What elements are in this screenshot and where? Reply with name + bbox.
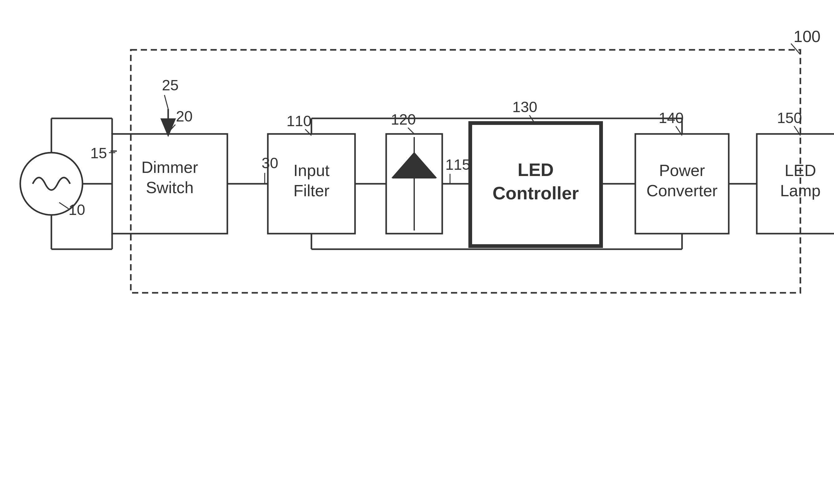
svg-line-16	[164, 95, 168, 109]
svg-marker-29	[392, 153, 436, 178]
svg-text:30: 30	[262, 155, 278, 171]
svg-text:Converter: Converter	[646, 182, 718, 200]
svg-text:LED: LED	[785, 161, 816, 179]
svg-text:10: 10	[68, 201, 85, 218]
svg-line-33	[408, 128, 414, 134]
svg-text:Controller: Controller	[492, 183, 579, 203]
svg-text:25: 25	[162, 77, 178, 93]
svg-text:Power: Power	[659, 161, 705, 179]
diagram-container: 100 10 Dimmer Switch 15 25	[0, 0, 834, 504]
svg-text:Dimmer: Dimmer	[141, 158, 198, 176]
svg-text:Lamp: Lamp	[780, 182, 820, 200]
svg-text:15: 15	[90, 145, 107, 161]
svg-text:115: 115	[445, 156, 470, 173]
svg-text:150: 150	[777, 110, 802, 126]
svg-text:Input: Input	[293, 161, 329, 179]
svg-text:100: 100	[793, 27, 820, 45]
svg-text:20: 20	[176, 108, 193, 125]
svg-text:110: 110	[286, 113, 311, 129]
svg-text:Filter: Filter	[293, 182, 329, 200]
svg-text:130: 130	[512, 99, 537, 115]
svg-line-18	[170, 125, 175, 131]
svg-line-4	[59, 202, 68, 209]
svg-text:LED: LED	[518, 159, 554, 180]
svg-text:120: 120	[391, 111, 416, 128]
svg-text:Switch: Switch	[146, 178, 193, 197]
